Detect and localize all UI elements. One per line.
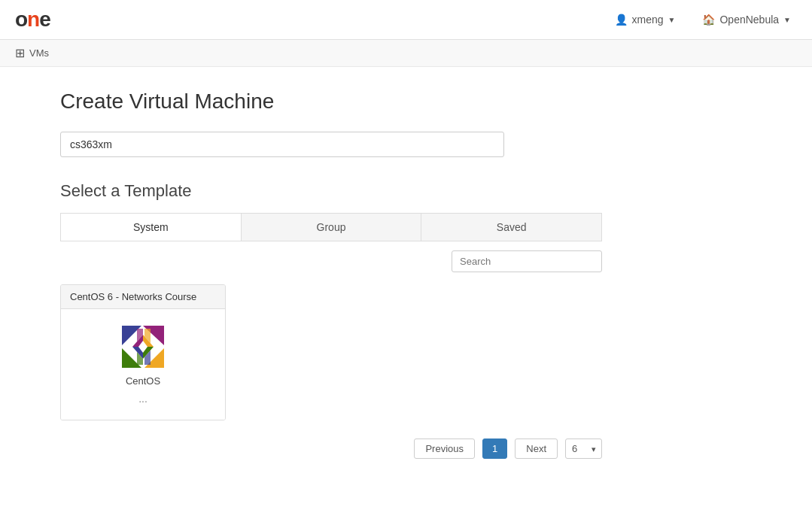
logo-text2: e bbox=[39, 8, 50, 31]
user-label: xmeng bbox=[632, 14, 664, 26]
cloud-caret-icon: ▼ bbox=[783, 16, 791, 24]
previous-button[interactable]: Previous bbox=[414, 439, 475, 459]
template-card-title: CentOS 6 - Networks Course bbox=[61, 285, 225, 309]
main-content: Create Virtual Machine Select a Template… bbox=[0, 67, 812, 481]
template-card-centos[interactable]: CentOS 6 - Networks Course bbox=[60, 284, 226, 420]
cloud-menu-button[interactable]: 🏠 OpenNebula ▼ bbox=[696, 11, 797, 29]
logo-accent: n bbox=[27, 8, 39, 31]
template-grid: CentOS 6 - Networks Course bbox=[60, 284, 602, 420]
navbar-vms[interactable]: ⊞ VMs bbox=[15, 46, 49, 60]
tab-system[interactable]: System bbox=[61, 214, 242, 241]
select-template-title: Select a Template bbox=[60, 181, 752, 201]
search-container bbox=[60, 250, 602, 272]
vms-label: VMs bbox=[29, 47, 49, 59]
user-menu-button[interactable]: 👤 xmeng ▼ bbox=[609, 11, 682, 29]
header: one 👤 xmeng ▼ 🏠 OpenNebula ▼ bbox=[0, 0, 812, 40]
current-page: 1 bbox=[482, 439, 507, 459]
centos-logo-icon bbox=[120, 324, 166, 369]
tab-saved[interactable]: Saved bbox=[421, 214, 601, 241]
tab-group[interactable]: Group bbox=[242, 214, 422, 241]
navbar: ⊞ VMs bbox=[0, 40, 812, 67]
header-actions: 👤 xmeng ▼ 🏠 OpenNebula ▼ bbox=[609, 11, 797, 29]
per-page-select[interactable]: 6 12 24 48 bbox=[565, 439, 602, 459]
pagination: Previous 1 Next 6 12 24 48 bbox=[60, 439, 602, 459]
cloud-label: OpenNebula bbox=[719, 14, 779, 26]
template-card-body: CentOS ... bbox=[61, 309, 225, 420]
centos-description: ... bbox=[138, 393, 147, 405]
per-page-wrapper: 6 12 24 48 bbox=[565, 439, 602, 459]
logo-text: o bbox=[15, 8, 27, 31]
vm-name-input[interactable] bbox=[60, 132, 504, 157]
template-tabs: System Group Saved bbox=[60, 213, 602, 241]
search-input[interactable] bbox=[452, 250, 602, 272]
user-caret-icon: ▼ bbox=[668, 16, 676, 24]
page-title: Create Virtual Machine bbox=[60, 90, 752, 114]
centos-text-label: CentOS bbox=[126, 375, 160, 387]
grid-icon: ⊞ bbox=[15, 46, 25, 60]
next-button[interactable]: Next bbox=[515, 439, 558, 459]
home-icon: 🏠 bbox=[702, 14, 715, 26]
app-logo: one bbox=[15, 8, 50, 32]
user-icon: 👤 bbox=[615, 14, 628, 26]
